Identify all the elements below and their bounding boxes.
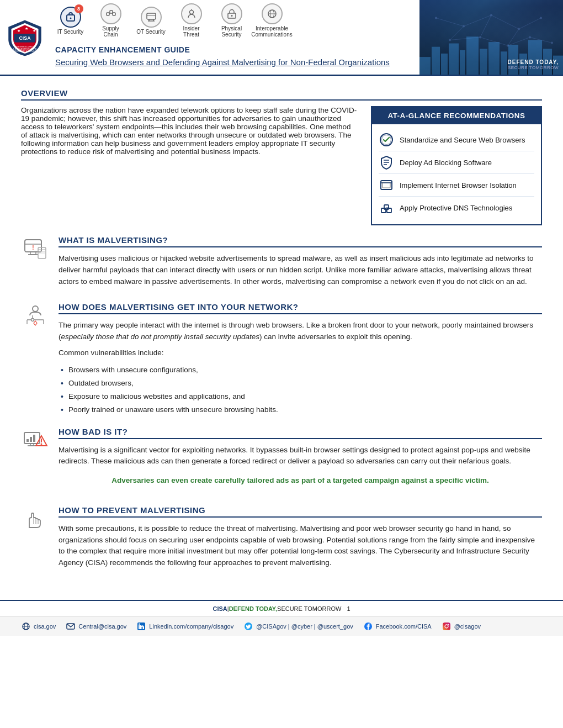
svg-rect-94 — [30, 437, 32, 442]
how-does-section: HOW DOES MALVERTISING GET INTO YOUR NETW… — [21, 302, 542, 417]
cisa-logo: CISA ★ ★ ★ CYBERSECURITY & INFRASTRUCTUR… — [6, 18, 44, 57]
what-is-title: WHAT IS MALVERTISING? — [59, 235, 542, 247]
svg-rect-48 — [419, 57, 431, 75]
svg-text:SECURITY AGENCY: SECURITY AGENCY — [13, 50, 36, 52]
what-is-section: ! WHAT IS MALVERTISING? Malvertising use… — [21, 235, 542, 292]
footer-cisa-label: CISA — [213, 605, 227, 612]
svg-point-83 — [33, 306, 38, 312]
how-bad-title: HOW BAD IS IT? — [59, 427, 542, 439]
svg-text:★: ★ — [33, 28, 36, 32]
svg-line-72 — [386, 207, 386, 208]
physical-security-icon-item: Physical Security — [216, 3, 247, 38]
link-cisa-gov[interactable]: cisa.gov — [21, 621, 56, 631]
svg-rect-56 — [501, 51, 507, 75]
svg-rect-12 — [113, 13, 115, 15]
link-email[interactable]: Central@cisa.gov — [66, 621, 126, 631]
svg-text:★: ★ — [17, 28, 20, 32]
insider-threat-icon — [181, 3, 202, 24]
footer-defend-label: DEFEND TODAY, — [229, 605, 277, 612]
svg-rect-15 — [147, 13, 156, 19]
svg-line-37 — [436, 18, 464, 27]
how-bad-icon — [21, 427, 50, 495]
link-twitter[interactable]: @CISAgov | @cyber | @uscert_gov — [243, 621, 353, 631]
svg-line-40 — [519, 18, 541, 29]
bottom-links-bar: cisa.gov Central@cisa.gov Linkedin.com/c… — [0, 616, 563, 636]
glance-item-3: Apply Protective DNS Technologies — [379, 197, 534, 219]
svg-rect-53 — [466, 36, 479, 75]
supply-chain-icon — [100, 3, 121, 24]
how-bad-section: HOW BAD IS IT? Malvertising is a signifi… — [21, 427, 542, 495]
twitter-icon — [243, 621, 253, 631]
what-is-body: WHAT IS MALVERTISING? Malvertising uses … — [59, 235, 542, 292]
how-bad-text: Malvertising is a significant vector for… — [59, 445, 542, 468]
what-is-icon: ! — [21, 235, 50, 292]
facebook-icon — [363, 621, 373, 631]
at-a-glance-area: AT-A-GLANCE RECOMMENDATIONS Standardize … — [371, 106, 542, 225]
link-instagram[interactable]: @cisagov — [442, 621, 481, 631]
svg-rect-93 — [26, 439, 29, 442]
browser-isolation-icon — [379, 177, 394, 193]
svg-text:CISA: CISA — [19, 35, 31, 41]
overview-body: Organizations across the nation have exp… — [21, 106, 359, 156]
svg-point-86 — [31, 318, 34, 321]
main-content: OVERVIEW Organizations across the nation… — [0, 76, 563, 589]
topic-icons: IT Security Supply Chain OT Security Ins… — [50, 0, 419, 39]
svg-rect-95 — [33, 435, 35, 442]
svg-rect-110 — [443, 623, 450, 630]
footer-bar: CISA | DEFEND TODAY, SECURE TOMORROW 1 — [0, 600, 563, 616]
how-bad-body: HOW BAD IS IT? Malvertising is a signifi… — [59, 427, 542, 495]
svg-point-9 — [70, 17, 71, 19]
svg-point-107 — [139, 624, 140, 625]
link-facebook[interactable]: Facebook.com/CISA — [363, 621, 432, 631]
overview-left: Organizations across the nation have exp… — [21, 106, 359, 225]
how-does-body: HOW DOES MALVERTISING GET INTO YOUR NETW… — [59, 302, 542, 417]
common-vulns-label: Common vulnerabilities include: — [59, 347, 542, 359]
svg-rect-52 — [460, 50, 465, 75]
glance-item-0: Standardize and Secure Web Browsers — [379, 129, 534, 151]
supply-chain-icon-item: Supply Chain — [95, 3, 126, 38]
svg-point-20 — [189, 10, 193, 14]
instagram-icon — [442, 621, 452, 631]
at-a-glance-items: Standardize and Secure Web Browsers — [372, 124, 541, 224]
svg-rect-49 — [432, 47, 440, 75]
footer-secure-label: SECURE TOMORROW — [277, 605, 341, 612]
email-icon — [66, 621, 76, 631]
footer-page-num: 1 — [347, 605, 350, 612]
vuln-item-3: Poorly trained or unaware users with uns… — [59, 403, 542, 416]
svg-point-97 — [41, 443, 43, 445]
glance-item-1: Deploy Ad Blocking Software — [379, 151, 534, 174]
ot-security-icon-item: OT Security — [136, 7, 166, 35]
svg-line-38 — [464, 15, 491, 27]
link-linkedin[interactable]: Linkedin.com/company/cisagov — [136, 621, 233, 631]
svg-line-39 — [491, 15, 519, 29]
svg-rect-10 — [107, 13, 109, 15]
how-prevent-icon — [21, 505, 50, 574]
svg-rect-11 — [110, 10, 113, 13]
header-title-area: CAPACITY ENHANCEMENT GUIDE Securing Web … — [50, 39, 419, 75]
callout-text: Adversaries can even create carefully ta… — [59, 475, 542, 486]
svg-text:★: ★ — [25, 27, 28, 30]
overview-title: OVERVIEW — [21, 88, 542, 101]
svg-rect-51 — [449, 44, 459, 75]
vuln-item-1: Outdated browsers, — [59, 377, 542, 390]
header-image: DEFEND TODAY, SECURE TOMORROW — [419, 0, 563, 75]
how-prevent-section: HOW TO PREVENT MALVERTISING With some pr… — [21, 505, 542, 574]
deploy-ad-blocking-icon — [379, 155, 394, 170]
guide-subtitle: Securing Web Browsers and Defending Agai… — [55, 56, 414, 68]
cisa-website-icon — [21, 621, 31, 631]
svg-rect-50 — [441, 54, 448, 75]
overview-section: OVERVIEW Organizations across the nation… — [21, 88, 542, 225]
svg-rect-55 — [488, 42, 500, 75]
overview-two-col: Organizations across the nation have exp… — [21, 106, 542, 225]
protective-dns-icon — [379, 200, 394, 215]
at-a-glance-box: AT-A-GLANCE RECOMMENDATIONS Standardize … — [371, 106, 542, 225]
how-does-icon — [21, 302, 50, 417]
insider-threat-icon-item: Insider Threat — [176, 3, 206, 38]
vuln-item-2: Exposure to malicious websites and appli… — [59, 390, 542, 403]
svg-point-23 — [231, 15, 232, 17]
vuln-item-0: Browsers with unsecure configurations, — [59, 363, 542, 377]
svg-rect-106 — [139, 625, 140, 629]
ot-security-icon — [141, 7, 162, 28]
how-prevent-text: With some precautions, it is possible to… — [59, 523, 542, 569]
how-does-intro: The primary way people interact with the… — [59, 320, 542, 343]
